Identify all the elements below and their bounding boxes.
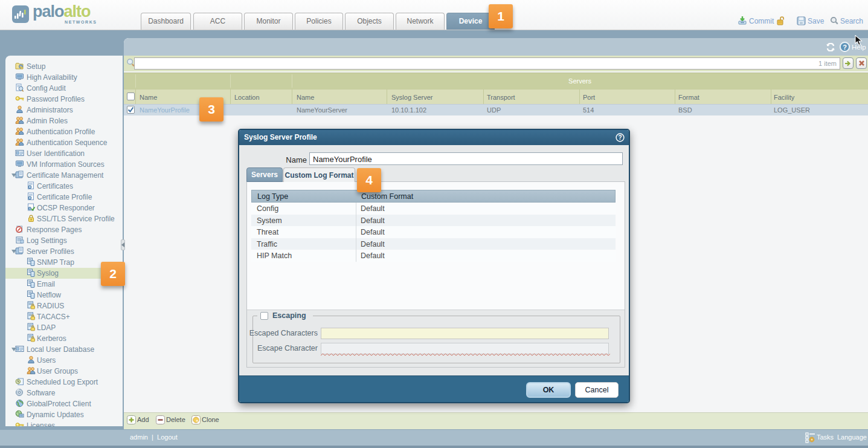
- svg-text:?: ?: [843, 44, 847, 51]
- svg-text:?: ?: [618, 134, 622, 141]
